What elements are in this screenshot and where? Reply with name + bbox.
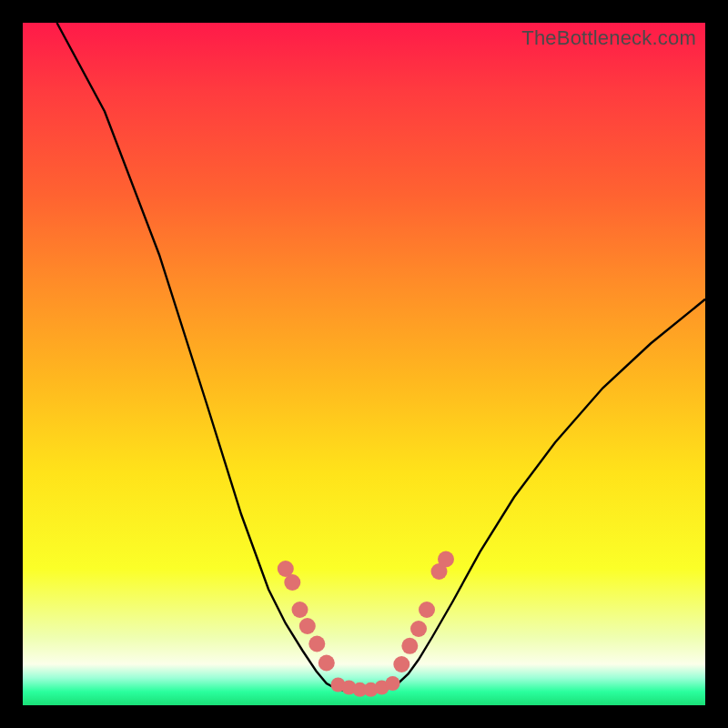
curve-markers-right	[393, 551, 454, 673]
curve-marker	[419, 602, 435, 618]
curve-marker	[410, 621, 427, 637]
curve-marker	[284, 574, 300, 591]
curve-marker	[386, 676, 400, 691]
chart-frame: TheBottleneck.com	[0, 0, 728, 728]
curve-markers-bottom	[331, 676, 400, 697]
curve-marker	[308, 636, 325, 652]
plot-area: TheBottleneck.com	[23, 23, 705, 705]
curve-marker	[292, 602, 308, 618]
curve-marker	[401, 638, 418, 654]
curve-marker	[438, 551, 454, 568]
bottleneck-curve	[57, 23, 706, 692]
curve-marker	[318, 655, 335, 672]
chart-svg	[23, 23, 705, 705]
curve-marker	[299, 618, 316, 634]
curve-marker	[393, 656, 410, 672]
